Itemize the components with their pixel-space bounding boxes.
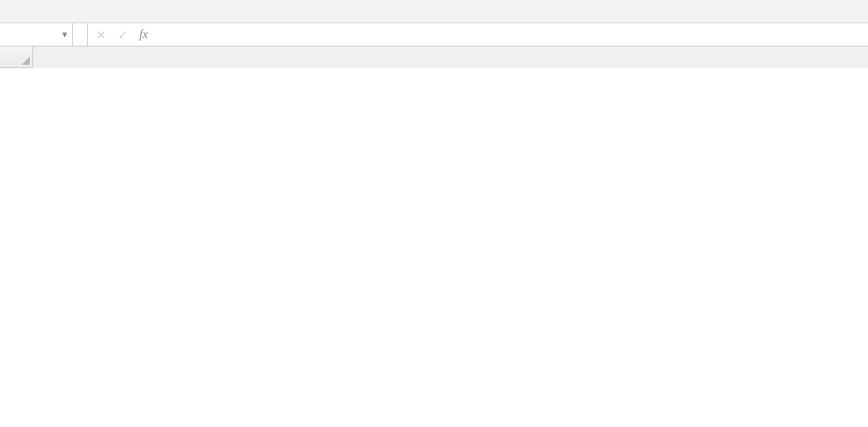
column-headers: [0, 47, 868, 68]
formula-input[interactable]: [156, 23, 868, 46]
formula-bar-row: ▼ ✕ ✓ fx: [0, 23, 868, 47]
ribbon-group-labels: [0, 0, 868, 23]
name-box[interactable]: ▼: [0, 23, 73, 46]
formula-bar-buttons: ✕ ✓ fx: [88, 23, 156, 46]
fx-icon[interactable]: fx: [139, 28, 148, 42]
chevron-down-icon[interactable]: ▼: [61, 30, 69, 39]
cancel-icon: ✕: [96, 28, 106, 42]
spreadsheet: [0, 47, 868, 68]
formula-bar-separator: [73, 23, 88, 46]
select-all-corner[interactable]: [0, 47, 33, 68]
confirm-icon: ✓: [118, 28, 128, 42]
